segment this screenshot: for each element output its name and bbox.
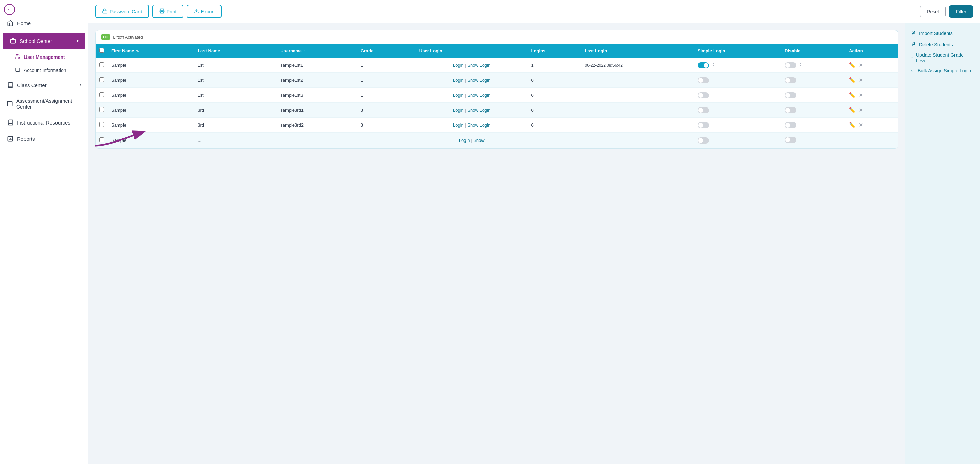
show-login-link[interactable]: Show Login — [467, 78, 490, 83]
simple-login-toggle[interactable] — [698, 122, 709, 128]
action-cell — [846, 133, 898, 148]
edit-button[interactable]: ✏️ — [849, 92, 856, 98]
print-button[interactable]: Print — [153, 5, 183, 18]
school-icon — [10, 37, 16, 44]
sidebar-item-assessment-center[interactable]: Assessment/Assignment Center — [0, 93, 88, 114]
simple-login-dots[interactable]: ⋮ — [711, 62, 716, 68]
show-login-link[interactable]: Show Login — [467, 63, 490, 68]
show-login-link[interactable]: Show Login — [467, 122, 490, 127]
grade-cell: 3 — [357, 118, 416, 133]
reset-button[interactable]: Reset — [920, 6, 946, 17]
import-students-link[interactable]: Import Students — [911, 30, 975, 37]
login-link[interactable]: Login — [459, 138, 470, 143]
username-cell: sample1st2 — [277, 73, 357, 88]
user-login-cell: Login | Show Login — [416, 118, 528, 133]
sidebar-item-reports[interactable]: Reports — [0, 130, 88, 147]
disable-toggle[interactable] — [785, 62, 796, 68]
right-panel: Import Students Delete Students ↑ Update… — [905, 23, 980, 464]
sidebar-item-user-management[interactable]: User Management — [0, 50, 88, 64]
last-login-cell — [581, 73, 694, 88]
row-checkbox[interactable] — [99, 62, 104, 67]
first-name-cell: Sample — [108, 73, 194, 88]
grade-cell: 1 — [357, 58, 416, 73]
show-login-link[interactable]: Show Login — [467, 108, 490, 113]
back-button[interactable]: ← — [4, 4, 15, 15]
reset-label: Reset — [927, 9, 939, 14]
table-card: LO Liftoff Activated First Name ⇅ Last N… — [95, 30, 898, 149]
login-link[interactable]: Login — [453, 92, 464, 98]
sidebar-item-school-center[interactable]: School Center ▾ — [3, 33, 86, 49]
disable-toggle[interactable] — [785, 137, 796, 143]
action-cell: ✏️ ✕ — [846, 103, 898, 118]
disable-toggle[interactable] — [785, 122, 796, 128]
row-checkbox[interactable] — [99, 77, 104, 82]
edit-button[interactable]: ✏️ — [849, 122, 856, 128]
sidebar-item-class-center[interactable]: Class Center › — [0, 77, 88, 93]
user-login-cell: Login | Show Login — [416, 58, 528, 73]
instructional-resources-label: Instructional Resources — [17, 120, 70, 126]
table-header-action: Action — [846, 44, 898, 58]
main-content: Password Card Print Export Reset Filter — [89, 0, 980, 464]
row-checkbox[interactable] — [99, 107, 104, 112]
users-icon — [15, 54, 21, 60]
delete-students-link[interactable]: Delete Students — [911, 41, 975, 48]
import-students-label: Import Students — [919, 30, 953, 36]
delete-button[interactable]: ✕ — [859, 107, 863, 113]
delete-button[interactable]: ✕ — [859, 122, 863, 128]
filter-button[interactable]: Filter — [949, 5, 973, 18]
class-icon — [7, 82, 14, 89]
edit-button[interactable]: ✏️ — [849, 62, 856, 68]
grade-cell — [357, 133, 416, 148]
login-link[interactable]: Login — [453, 63, 464, 68]
sidebar-item-account-information[interactable]: Account Information — [0, 64, 88, 77]
row-checkbox[interactable] — [99, 92, 104, 97]
disable-toggle[interactable] — [785, 107, 796, 113]
edit-button[interactable]: ✏️ — [849, 77, 856, 83]
filter-label: Filter — [956, 9, 966, 14]
bulk-assign-link[interactable]: ↵ Bulk Assign Simple Login — [911, 68, 975, 73]
simple-login-toggle[interactable] — [698, 107, 709, 113]
sidebar-item-instructional-resources[interactable]: Instructional Resources — [0, 114, 88, 130]
show-login-link[interactable]: Show Login — [467, 92, 490, 98]
logins-cell: 1 — [528, 58, 582, 73]
export-button[interactable]: Export — [187, 5, 221, 18]
disable-cell — [781, 133, 846, 148]
last-login-cell — [581, 88, 694, 103]
password-card-label: Password Card — [110, 9, 142, 14]
row-checkbox[interactable] — [99, 122, 104, 127]
delete-button[interactable]: ✕ — [859, 92, 863, 98]
sidebar-item-home[interactable]: Home — [0, 15, 88, 31]
disable-dots[interactable]: ⋮ — [798, 62, 803, 68]
table-section: LO Liftoff Activated First Name ⇅ Last N… — [89, 23, 905, 464]
delete-button[interactable]: ✕ — [859, 62, 863, 68]
simple-login-toggle[interactable] — [698, 62, 709, 68]
login-link[interactable]: Login — [453, 108, 464, 113]
simple-login-toggle[interactable] — [698, 92, 709, 98]
sort-icon-grade[interactable]: ↕ — [375, 49, 377, 53]
edit-button[interactable]: ✏️ — [849, 107, 856, 113]
sort-icon[interactable]: ⇅ — [136, 49, 139, 53]
show-login-link[interactable]: Show — [473, 138, 485, 143]
disable-toggle[interactable] — [785, 92, 796, 98]
delete-button[interactable]: ✕ — [859, 77, 863, 83]
disable-toggle[interactable] — [785, 77, 796, 83]
simple-login-toggle[interactable] — [698, 77, 709, 83]
password-card-button[interactable]: Password Card — [95, 5, 149, 18]
reports-icon — [7, 135, 14, 142]
sort-icon-username[interactable]: ↕ — [304, 49, 305, 53]
sort-icon-lastname[interactable]: ↕ — [222, 49, 224, 53]
update-icon: ↑ — [911, 55, 913, 60]
password-card-icon — [102, 8, 108, 14]
update-grade-level-link[interactable]: ↑ Update Student Grade Level — [911, 52, 975, 63]
table-row: Sample ... Login | Show — [95, 133, 898, 148]
sidebar-item-school-center-label: School Center — [20, 38, 52, 44]
login-link[interactable]: Login — [453, 78, 464, 83]
table-row: Sample 1st sample1st3 1 Login | Show Log… — [95, 88, 898, 103]
simple-login-toggle[interactable] — [698, 137, 709, 143]
chevron-right-icon: › — [80, 83, 81, 87]
username-cell — [277, 133, 357, 148]
account-icon — [15, 67, 21, 73]
row-checkbox[interactable] — [99, 137, 104, 142]
select-all-checkbox[interactable] — [99, 48, 104, 53]
login-link[interactable]: Login — [453, 122, 464, 127]
